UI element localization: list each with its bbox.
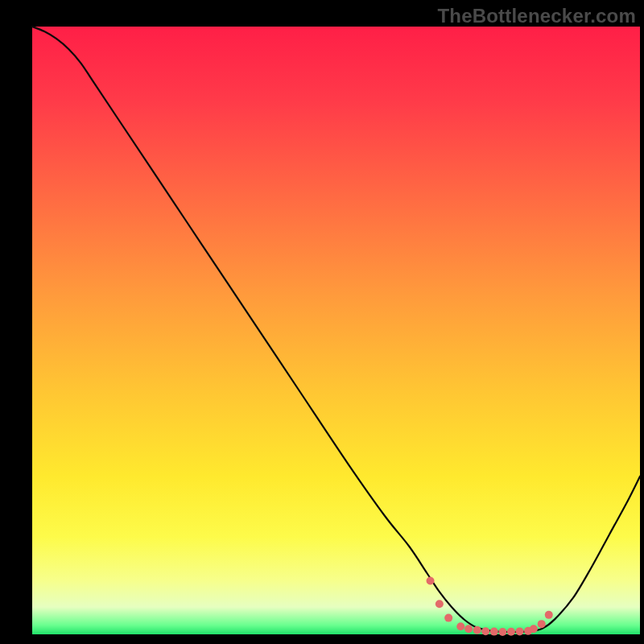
highlight-dot: [473, 626, 481, 634]
highlight-dot: [516, 627, 524, 635]
highlight-dot: [436, 600, 444, 608]
bottleneck-chart: [0, 0, 644, 644]
highlight-dot: [464, 625, 473, 633]
chart-frame: TheBottlenecker.com: [0, 0, 644, 644]
highlight-dot: [498, 628, 506, 636]
highlight-dot: [456, 622, 464, 630]
highlight-dot: [481, 627, 489, 635]
highlight-dot: [427, 577, 435, 585]
highlight-dot: [545, 611, 553, 619]
highlight-dot: [490, 628, 498, 636]
highlight-dot: [530, 625, 538, 633]
plot-background: [32, 27, 640, 634]
highlight-dot: [507, 628, 515, 636]
highlight-dot: [444, 614, 452, 622]
highlight-dot: [538, 620, 546, 628]
attribution-label: TheBottlenecker.com: [437, 5, 636, 27]
